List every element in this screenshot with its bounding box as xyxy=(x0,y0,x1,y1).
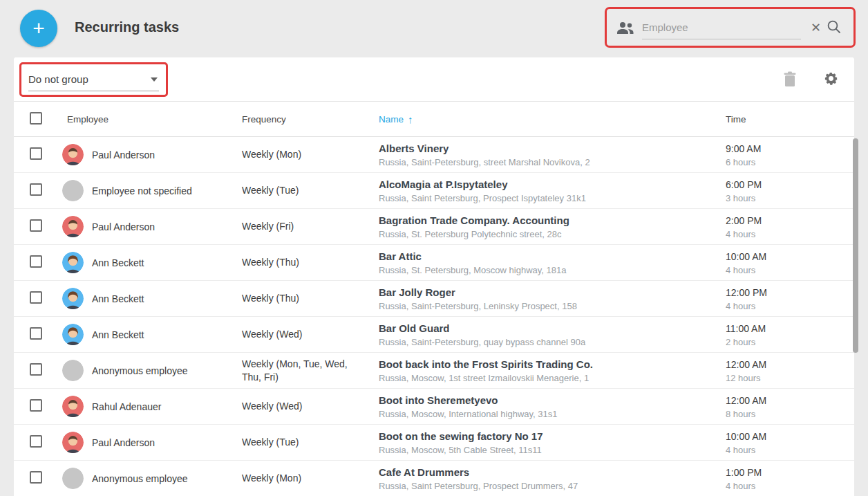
employee-avatar xyxy=(62,324,84,345)
row-checkbox[interactable] xyxy=(30,327,42,340)
row-checkbox[interactable] xyxy=(30,363,42,376)
task-duration: 12 hours xyxy=(726,371,854,385)
select-all-checkbox[interactable] xyxy=(30,112,42,125)
top-bar: + Recurring tasks ✕ xyxy=(0,0,868,57)
vertical-scrollbar[interactable] xyxy=(853,138,858,353)
table-header-row: Employee Frequency Name ↑ Time xyxy=(14,102,854,137)
task-time: 12:00 AM xyxy=(726,358,854,371)
task-frequency: Weekly (Thu) xyxy=(242,292,379,305)
task-duration: 2 hours xyxy=(726,336,854,349)
task-duration: 8 hours xyxy=(726,407,854,421)
task-frequency: Weekly (Thu) xyxy=(242,256,379,269)
search-button[interactable] xyxy=(824,17,844,39)
column-header-frequency[interactable]: Frequency xyxy=(242,114,379,125)
gear-icon xyxy=(823,71,839,89)
table-row[interactable]: Rahul Adenauer Weekly (Wed) Boot into Sh… xyxy=(14,389,854,425)
column-header-name-label: Name xyxy=(379,114,404,125)
task-time: 9:00 AM xyxy=(726,143,854,156)
add-task-button[interactable]: + xyxy=(20,10,57,47)
task-duration: 3 hours xyxy=(726,192,854,205)
column-header-time[interactable]: Time xyxy=(726,114,854,125)
people-icon xyxy=(616,21,634,34)
task-time: 11:00 AM xyxy=(726,322,854,336)
task-name: AlcoMagia at P.Ispytateley xyxy=(379,178,726,192)
task-frequency: Weekly (Tue) xyxy=(242,436,379,449)
employee-avatar xyxy=(62,288,84,309)
task-time: 12:00 PM xyxy=(726,286,854,300)
employee-avatar xyxy=(62,144,84,165)
column-header-name[interactable]: Name ↑ xyxy=(379,113,726,125)
task-address: Russia, Saint Petersburg, Prospect Drumm… xyxy=(379,479,726,493)
employee-avatar xyxy=(62,360,84,381)
task-duration: 6 hours xyxy=(726,156,854,169)
table-row[interactable]: Paul Anderson Weekly (Fri) Bagration Tra… xyxy=(14,209,854,245)
settings-button[interactable] xyxy=(820,68,842,91)
table-row[interactable]: Ann Beckett Weekly (Wed) Bar Old Guard R… xyxy=(14,317,854,353)
table-row[interactable]: Anonymous employee Weekly (Mon) Cafe At … xyxy=(14,461,854,496)
employee-name: Paul Anderson xyxy=(92,149,155,160)
employee-name: Anonymous employee xyxy=(92,365,188,376)
search-icon xyxy=(827,19,841,36)
employee-name: Ann Beckett xyxy=(92,257,144,268)
task-time: 10:00 AM xyxy=(726,250,854,264)
task-name: Bagration Trade Company. Accounting xyxy=(379,214,726,228)
row-checkbox[interactable] xyxy=(30,435,42,448)
task-address: Russia, Moscow, 5th Cable Street, 11s11 xyxy=(379,443,726,457)
task-address: Russia, Saint Petersburg, Prospect Ispyt… xyxy=(379,192,726,205)
task-name: Alberts Vinery xyxy=(379,142,726,156)
employee-name: Paul Anderson xyxy=(92,221,155,232)
trash-icon xyxy=(783,71,797,89)
task-name: Boot into Sheremetyevo xyxy=(379,394,726,407)
task-name: Bar Jolly Roger xyxy=(379,286,726,300)
delete-button[interactable] xyxy=(780,68,800,91)
table-row[interactable]: Paul Anderson Weekly (Tue) Boot on the s… xyxy=(14,425,854,461)
table-row[interactable]: Employee not specified Weekly (Tue) Alco… xyxy=(14,173,854,209)
employee-search-box[interactable]: ✕ xyxy=(605,7,856,48)
employee-name: Rahul Adenauer xyxy=(92,401,161,412)
table-row[interactable]: Anonymous employee Weekly (Mon, Tue, Wed… xyxy=(14,353,854,389)
task-frequency: Weekly (Mon) xyxy=(242,472,379,485)
employee-avatar xyxy=(62,432,84,453)
group-by-select[interactable]: Do not group xyxy=(19,62,168,97)
row-checkbox[interactable] xyxy=(30,471,42,484)
employee-name: Ann Beckett xyxy=(92,293,144,304)
task-address: Russia, Moscow, 1st street Izmailovskii … xyxy=(379,371,726,385)
task-address: Russia, Saint-Petersburg, Leninsky Prosp… xyxy=(379,300,726,313)
row-checkbox[interactable] xyxy=(30,291,42,304)
row-checkbox[interactable] xyxy=(30,147,42,160)
employee-name: Employee not specified xyxy=(92,185,192,196)
table-row[interactable]: Ann Beckett Weekly (Thu) Bar Attic Russi… xyxy=(14,245,854,281)
clear-search-button[interactable]: ✕ xyxy=(808,19,824,37)
table-row[interactable]: Paul Anderson Weekly (Mon) Alberts Viner… xyxy=(14,137,854,173)
task-frequency: Weekly (Mon, Tue, Wed, Thu, Fri) xyxy=(242,358,379,384)
row-checkbox[interactable] xyxy=(30,183,42,196)
group-by-value: Do not group xyxy=(28,73,88,85)
task-duration: 4 hours xyxy=(726,228,854,241)
column-header-employee[interactable]: Employee xyxy=(62,114,242,125)
task-frequency: Weekly (Tue) xyxy=(242,184,379,197)
employee-avatar xyxy=(62,396,84,417)
task-address: Russia, Moscow, International highway, 3… xyxy=(379,407,726,421)
task-duration: 4 hours xyxy=(726,264,854,277)
task-frequency: Weekly (Fri) xyxy=(242,220,379,233)
employee-avatar xyxy=(62,468,84,489)
task-name: Cafe At Drummers xyxy=(379,466,726,479)
row-checkbox[interactable] xyxy=(30,399,42,412)
task-duration: 4 hours xyxy=(726,479,854,493)
task-duration: 4 hours xyxy=(726,300,854,313)
task-address: Russia, Saint-Petersburg, street Marshal… xyxy=(379,156,726,169)
employee-name: Paul Anderson xyxy=(92,437,155,448)
row-checkbox[interactable] xyxy=(30,255,42,268)
task-name: Boot back into the Frost Spirits Trading… xyxy=(379,358,726,371)
task-duration: 4 hours xyxy=(726,443,854,457)
employee-name: Anonymous employee xyxy=(92,473,188,484)
page-title: Recurring tasks xyxy=(75,19,179,35)
group-by-select-inner: Do not group xyxy=(28,68,159,91)
chevron-down-icon xyxy=(151,77,158,82)
employee-avatar xyxy=(62,216,84,237)
employee-search-input[interactable] xyxy=(642,16,801,39)
table-row[interactable]: Ann Beckett Weekly (Thu) Bar Jolly Roger… xyxy=(14,281,854,317)
task-frequency: Weekly (Mon) xyxy=(242,148,379,161)
task-name: Bar Attic xyxy=(379,250,726,264)
row-checkbox[interactable] xyxy=(30,219,42,232)
